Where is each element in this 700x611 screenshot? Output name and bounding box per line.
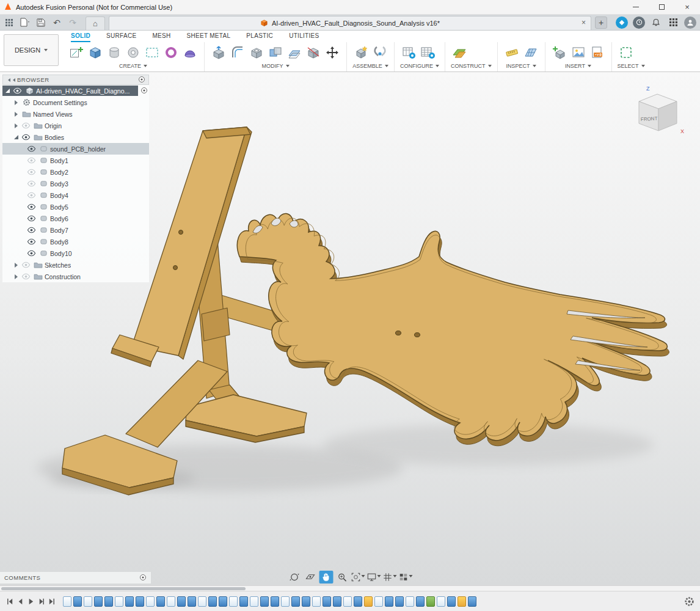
timeline-feature-icon[interactable] — [291, 596, 300, 607]
timeline-feature-icon[interactable] — [416, 596, 425, 607]
group-dropdown-construct[interactable]: CONSTRUCT — [451, 62, 492, 71]
visibility-eye-icon[interactable] — [21, 134, 31, 141]
visibility-eye-icon[interactable] — [13, 87, 23, 94]
visibility-eye-icon[interactable] — [27, 238, 37, 245]
orbit-button[interactable] — [288, 571, 302, 584]
browser-item-body6[interactable]: Body6 — [2, 213, 149, 224]
browser-item-construction[interactable]: Construction — [2, 271, 149, 282]
zoom-button[interactable] — [335, 571, 349, 584]
joint-icon[interactable] — [371, 44, 388, 61]
visibility-eye-icon[interactable] — [27, 215, 37, 222]
app-grid-icon[interactable] — [2, 16, 16, 29]
visibility-eye-icon[interactable] — [27, 145, 37, 152]
browser-item-body1[interactable]: Body1 — [2, 155, 149, 166]
timeline-feature-icon[interactable] — [302, 596, 310, 607]
extensions-icon[interactable] — [616, 16, 628, 29]
fillet-icon[interactable] — [229, 44, 246, 61]
insert-derive-icon[interactable] — [551, 44, 568, 61]
insert-svg-icon[interactable] — [589, 44, 606, 61]
timeline-step-back-button[interactable] — [15, 596, 26, 607]
timeline-feature-icon[interactable] — [94, 596, 103, 607]
timeline-feature-icon[interactable] — [208, 596, 217, 607]
collapse-panel-icon[interactable] — [6, 78, 16, 82]
group-dropdown-insert[interactable]: INSERT — [551, 62, 606, 71]
tab-solid[interactable]: SOLID — [71, 32, 90, 42]
timeline-feature-icon[interactable] — [63, 596, 71, 607]
tab-plastic[interactable]: PLASTIC — [246, 32, 273, 42]
revolve-icon[interactable] — [125, 44, 142, 61]
timeline-go-to-end-button[interactable] — [46, 596, 57, 607]
timeline-feature-icon[interactable] — [447, 596, 456, 607]
visibility-eye-icon[interactable] — [27, 203, 37, 210]
group-dropdown-create[interactable]: CREATE — [68, 62, 199, 71]
visibility-eye-icon[interactable] — [27, 169, 37, 175]
viewport-canvas[interactable]: Z FRONT X BROWSER AI-driv — [0, 72, 700, 585]
visibility-eye-icon[interactable] — [21, 122, 31, 129]
timeline-feature-icon[interactable] — [333, 596, 341, 607]
group-dropdown-assemble[interactable]: ASSEMBLE — [352, 62, 388, 71]
group-dropdown-modify[interactable]: MODIFY — [210, 62, 341, 71]
timeline-feature-icon[interactable] — [177, 596, 186, 607]
timeline-feature-icon[interactable] — [73, 596, 82, 607]
timeline-feature-icon[interactable] — [426, 596, 435, 607]
timeline-feature-icon[interactable] — [343, 596, 352, 607]
workspace-switcher[interactable]: DESIGN — [4, 34, 59, 66]
split-body-icon[interactable] — [305, 44, 322, 61]
timeline-feature-icon[interactable] — [260, 596, 269, 607]
expand-arrow-icon[interactable] — [12, 112, 20, 117]
expand-arrow-icon[interactable] — [12, 263, 20, 268]
box-icon[interactable] — [87, 44, 104, 61]
minimize-button[interactable] — [623, 0, 649, 14]
timeline-feature-icon[interactable] — [250, 596, 258, 607]
tab-mesh[interactable]: MESH — [152, 32, 170, 42]
timeline-feature-icon[interactable] — [125, 596, 134, 607]
timeline-feature-icon[interactable] — [437, 596, 445, 607]
browser-item-root-component[interactable]: AI-driven_HVAC_Fault_Diagno... — [2, 85, 149, 97]
browser-item-body10[interactable]: Body10 — [2, 247, 149, 259]
display-settings-target-icon[interactable] — [138, 76, 145, 84]
visibility-eye-icon[interactable] — [27, 227, 37, 233]
timeline-feature-icon[interactable] — [458, 596, 466, 607]
browser-item-sketches[interactable]: Sketches — [2, 259, 149, 271]
expand-arrow-icon[interactable] — [12, 135, 20, 139]
visibility-eye-icon[interactable] — [27, 180, 37, 187]
browser-item-body3[interactable]: Body3 — [2, 178, 149, 189]
timeline-feature-icon[interactable] — [239, 596, 248, 607]
timeline-feature-icon[interactable] — [271, 596, 279, 607]
browser-item-body2[interactable]: Body2 — [2, 166, 149, 178]
browser-header[interactable]: BROWSER — [2, 75, 149, 85]
configuration-table-icon[interactable] — [419, 44, 436, 61]
timeline-feature-icon[interactable] — [385, 596, 393, 607]
cylinder-icon[interactable] — [106, 44, 123, 61]
file-menu-icon[interactable] — [18, 16, 32, 29]
browser-item-body8[interactable]: Body8 — [2, 236, 149, 247]
timeline-feature-icon[interactable] — [188, 596, 196, 607]
visibility-eye-icon[interactable] — [27, 157, 37, 164]
home-tab[interactable]: ⌂ — [86, 16, 105, 30]
expand-arrow-icon[interactable] — [12, 274, 20, 279]
look-at-button[interactable] — [304, 571, 318, 584]
timeline-feature-icon[interactable] — [229, 596, 238, 607]
group-dropdown-select[interactable]: SELECT — [618, 62, 645, 71]
section-analysis-icon[interactable] — [522, 44, 539, 61]
timeline-feature-icon[interactable] — [219, 596, 227, 607]
view-cube[interactable]: Z FRONT X — [624, 83, 691, 139]
close-tab-icon[interactable]: × — [582, 18, 586, 27]
new-tab-button[interactable]: + — [595, 16, 607, 29]
expand-arrow-icon[interactable] — [12, 100, 20, 105]
browser-item-named-views[interactable]: Named Views — [2, 108, 149, 120]
visibility-eye-icon[interactable] — [27, 192, 37, 199]
timeline-feature-icon[interactable] — [312, 596, 321, 607]
timeline-play-button[interactable] — [26, 596, 36, 607]
offset-face-icon[interactable] — [286, 44, 303, 61]
save-icon[interactable] — [34, 16, 48, 29]
display-settings-button[interactable] — [367, 571, 381, 584]
timeline-go-to-start-button[interactable] — [5, 596, 15, 607]
timeline-feature-icon[interactable] — [167, 596, 175, 607]
canvas-image-icon[interactable] — [570, 44, 587, 61]
fit-button[interactable] — [351, 571, 365, 584]
browser-item-body7[interactable]: Body7 — [2, 224, 149, 236]
browser-item-sound-pcb-holder[interactable]: sound_PCB_holder — [2, 143, 149, 155]
apps-menu-grid-icon[interactable] — [667, 16, 679, 29]
browser-item-document-settings[interactable]: Document Settings — [2, 97, 149, 108]
